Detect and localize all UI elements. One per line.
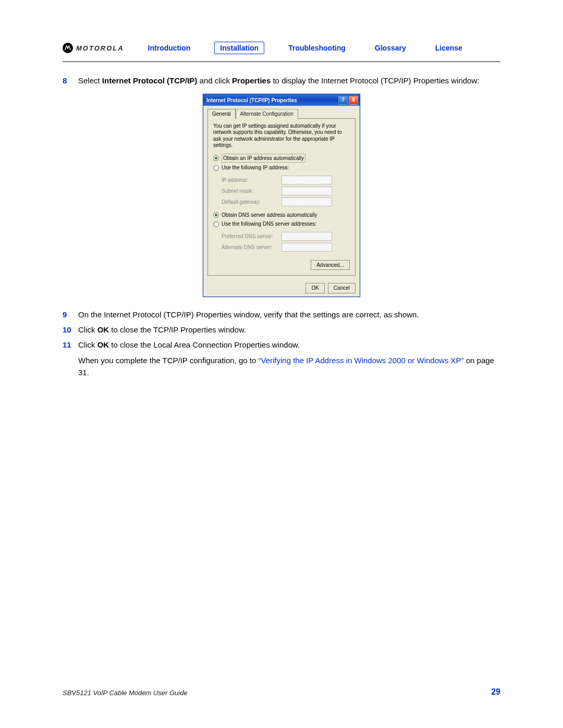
dialog-info-text: You can get IP settings assigned automat… (213, 123, 350, 149)
step-body: On the Internet Protocol (TCP/IP) Proper… (78, 309, 500, 320)
advanced-button[interactable]: Advanced... (311, 260, 350, 270)
page-footer: SBV5121 VoIP Cable Modem User Guide 29 (63, 687, 500, 697)
label-preferred-dns: Preferred DNS server: (222, 232, 282, 241)
page-content: 8 Select Internet Protocol (TCP/IP) and … (63, 75, 500, 378)
text: When you complete the TCP/IP configurati… (78, 356, 258, 365)
step-body: When you complete the TCP/IP configurati… (78, 354, 500, 379)
label-alternate-dns: Alternate DNS server: (222, 243, 282, 252)
radio-obtain-ip-auto[interactable]: Obtain an IP address automatically (213, 153, 350, 164)
page-header: MOTOROLA Introduction Installation Troub… (63, 42, 500, 61)
radio-label: Obtain DNS server address automatically (222, 211, 317, 219)
text: Select (78, 76, 102, 85)
radio-obtain-dns-auto[interactable]: Obtain DNS server address automatically (213, 211, 350, 220)
step-number: 9 (63, 309, 78, 320)
footer-doc-title: SBV5121 VoIP Cable Modem User Guide (63, 689, 188, 697)
dialog-titlebar: Internet Protocol (TCP/IP) Properties ? … (203, 94, 360, 106)
nav-license[interactable]: License (430, 42, 468, 54)
dns-fields-group: Preferred DNS server: ... Alternate DNS … (222, 231, 350, 253)
radio-label: Use the following DNS server addresses: (222, 220, 316, 228)
text: and click (197, 76, 232, 85)
radio-icon (213, 221, 219, 227)
ok-button[interactable]: OK (305, 283, 324, 293)
cancel-button[interactable]: Cancel (328, 283, 356, 293)
step-number: 11 (63, 339, 78, 351)
input-alternate-dns: ... (282, 243, 332, 252)
brand-name: MOTOROLA (76, 44, 124, 52)
bold-text: OK (97, 325, 109, 334)
footer-page-number: 29 (491, 687, 500, 697)
step-body: Click OK to close the TCP/IP Properties … (78, 324, 500, 336)
text: Click (78, 325, 97, 334)
tab-panel-general: You can get IP settings assigned automat… (207, 118, 356, 276)
tab-alternate-configuration[interactable]: Alternate Configuration (236, 109, 298, 119)
bold-text: Properties (232, 76, 271, 85)
label-subnet-mask: Subnet mask: (222, 187, 282, 195)
nav-introduction[interactable]: Introduction (143, 42, 196, 54)
radio-use-following-dns[interactable]: Use the following DNS server addresses: (213, 219, 350, 229)
tcpip-properties-dialog: Internet Protocol (TCP/IP) Properties ? … (203, 94, 360, 297)
bold-text: Internet Protocol (TCP/IP) (102, 76, 198, 85)
radio-label: Obtain an IP address automatically (222, 154, 305, 163)
step-8: 8 Select Internet Protocol (TCP/IP) and … (63, 75, 500, 87)
ip-fields-group: IP address: ... Subnet mask: ... Default… (222, 175, 350, 207)
cross-reference-link[interactable]: “Verifying the IP Address in Windows 200… (258, 356, 463, 365)
step-9: 9 On the Internet Protocol (TCP/IP) Prop… (63, 309, 500, 320)
step-number: 10 (63, 324, 78, 336)
label-ip-address: IP address: (222, 176, 282, 184)
text: to close the TCP/IP Properties window. (109, 325, 246, 334)
step-11: 11 Click OK to close the Local Area Conn… (63, 339, 500, 351)
motorola-batwing-icon (63, 43, 73, 53)
step-body: Select Internet Protocol (TCP/IP) and cl… (78, 75, 500, 87)
step-body: Click OK to close the Local Area Connect… (78, 339, 500, 351)
nav-installation[interactable]: Installation (214, 42, 264, 54)
header-rule (63, 61, 500, 62)
text: to display the Internet Protocol (TCP/IP… (271, 76, 479, 85)
dialog-figure: Internet Protocol (TCP/IP) Properties ? … (63, 94, 500, 297)
dialog-tabs: General Alternate Configuration (207, 109, 356, 119)
nav-troubleshooting[interactable]: Troubleshooting (283, 42, 351, 54)
radio-icon (213, 165, 219, 171)
close-button[interactable]: X (349, 96, 358, 105)
input-ip-address: ... (282, 176, 332, 184)
tab-general[interactable]: General (207, 109, 236, 119)
bold-text: OK (97, 340, 109, 349)
nav-glossary[interactable]: Glossary (370, 42, 411, 54)
help-button[interactable]: ? (338, 96, 348, 105)
input-preferred-dns: ... (282, 232, 332, 241)
step-number: 8 (63, 75, 78, 87)
radio-use-following-ip[interactable]: Use the following IP address: (213, 163, 350, 172)
radio-icon (213, 212, 219, 218)
text: Click (78, 340, 97, 349)
dialog-title: Internet Protocol (TCP/IP) Properties (206, 96, 297, 105)
label-default-gateway: Default gateway: (222, 198, 282, 206)
radio-icon (213, 155, 219, 161)
closing-paragraph: When you complete the TCP/IP configurati… (63, 354, 500, 379)
text: to close the Local Area Connection Prope… (109, 340, 300, 349)
input-default-gateway: ... (282, 198, 332, 206)
input-subnet-mask: ... (282, 187, 332, 195)
brand-logo: MOTOROLA (63, 43, 124, 53)
step-10: 10 Click OK to close the TCP/IP Properti… (63, 324, 500, 336)
radio-label: Use the following IP address: (222, 164, 289, 172)
dialog-footer: OK Cancel (203, 280, 360, 297)
